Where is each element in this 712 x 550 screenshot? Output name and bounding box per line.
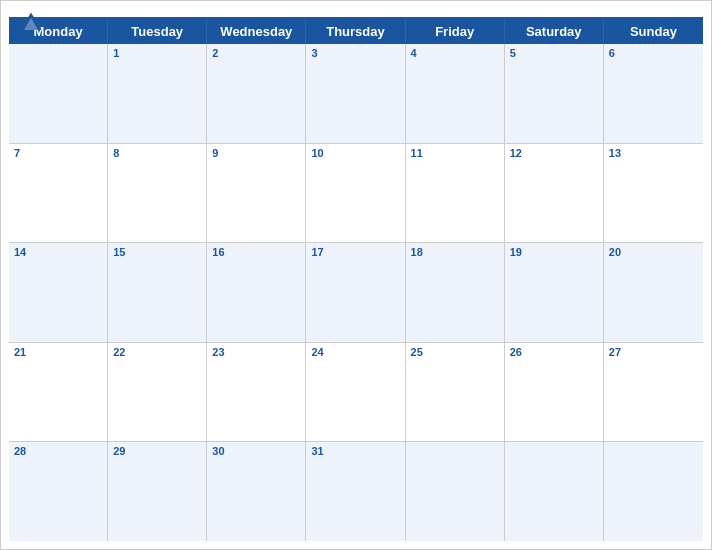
day-number: 3 bbox=[311, 47, 399, 59]
day-cell: 29 bbox=[108, 442, 207, 541]
day-cell: 9 bbox=[207, 144, 306, 243]
day-number: 20 bbox=[609, 246, 698, 258]
day-number: 5 bbox=[510, 47, 598, 59]
day-cell: 7 bbox=[9, 144, 108, 243]
calendar-container: MondayTuesdayWednesdayThursdayFridaySatu… bbox=[0, 0, 712, 550]
day-cell: 3 bbox=[306, 44, 405, 143]
day-cell: 22 bbox=[108, 343, 207, 442]
day-cell: 6 bbox=[604, 44, 703, 143]
day-number: 9 bbox=[212, 147, 300, 159]
logo-area bbox=[17, 9, 48, 37]
day-number: 18 bbox=[411, 246, 499, 258]
day-header-tuesday: Tuesday bbox=[108, 19, 207, 44]
day-cell: 8 bbox=[108, 144, 207, 243]
day-cell: 19 bbox=[505, 243, 604, 342]
day-cell: 15 bbox=[108, 243, 207, 342]
day-number: 15 bbox=[113, 246, 201, 258]
weeks-container: 1234567891011121314151617181920212223242… bbox=[9, 44, 703, 541]
day-header-saturday: Saturday bbox=[505, 19, 604, 44]
day-cell: 23 bbox=[207, 343, 306, 442]
day-cell: 11 bbox=[406, 144, 505, 243]
day-number: 1 bbox=[113, 47, 201, 59]
day-number: 24 bbox=[311, 346, 399, 358]
day-cell: 1 bbox=[108, 44, 207, 143]
day-header-sunday: Sunday bbox=[604, 19, 703, 44]
week-row-5: 28293031 bbox=[9, 442, 703, 541]
day-cell: 18 bbox=[406, 243, 505, 342]
week-row-3: 14151617181920 bbox=[9, 243, 703, 343]
day-header-wednesday: Wednesday bbox=[207, 19, 306, 44]
day-number: 29 bbox=[113, 445, 201, 457]
day-number: 31 bbox=[311, 445, 399, 457]
day-cell: 31 bbox=[306, 442, 405, 541]
day-cell: 10 bbox=[306, 144, 405, 243]
day-number: 26 bbox=[510, 346, 598, 358]
day-cell bbox=[604, 442, 703, 541]
day-headers-row: MondayTuesdayWednesdayThursdayFridaySatu… bbox=[9, 19, 703, 44]
day-number: 19 bbox=[510, 246, 598, 258]
day-number: 27 bbox=[609, 346, 698, 358]
calendar-header bbox=[1, 1, 711, 17]
day-cell: 27 bbox=[604, 343, 703, 442]
calendar-grid: MondayTuesdayWednesdayThursdayFridaySatu… bbox=[9, 17, 703, 541]
week-row-1: 123456 bbox=[9, 44, 703, 144]
day-number: 11 bbox=[411, 147, 499, 159]
day-number: 6 bbox=[609, 47, 698, 59]
day-cell: 4 bbox=[406, 44, 505, 143]
day-number: 4 bbox=[411, 47, 499, 59]
day-cell: 28 bbox=[9, 442, 108, 541]
day-number: 2 bbox=[212, 47, 300, 59]
week-row-4: 21222324252627 bbox=[9, 343, 703, 443]
day-cell: 5 bbox=[505, 44, 604, 143]
day-cell: 26 bbox=[505, 343, 604, 442]
day-number: 25 bbox=[411, 346, 499, 358]
day-number: 8 bbox=[113, 147, 201, 159]
day-number: 16 bbox=[212, 246, 300, 258]
day-number: 30 bbox=[212, 445, 300, 457]
day-number: 28 bbox=[14, 445, 102, 457]
day-cell: 13 bbox=[604, 144, 703, 243]
day-cell bbox=[505, 442, 604, 541]
week-row-2: 78910111213 bbox=[9, 144, 703, 244]
day-number: 22 bbox=[113, 346, 201, 358]
day-cell: 2 bbox=[207, 44, 306, 143]
logo-icon bbox=[17, 9, 45, 37]
day-number: 21 bbox=[14, 346, 102, 358]
day-number: 13 bbox=[609, 147, 698, 159]
day-number: 23 bbox=[212, 346, 300, 358]
day-cell: 25 bbox=[406, 343, 505, 442]
day-number: 17 bbox=[311, 246, 399, 258]
day-cell: 30 bbox=[207, 442, 306, 541]
day-cell: 12 bbox=[505, 144, 604, 243]
day-number: 12 bbox=[510, 147, 598, 159]
day-header-thursday: Thursday bbox=[306, 19, 405, 44]
day-cell: 17 bbox=[306, 243, 405, 342]
day-cell bbox=[406, 442, 505, 541]
day-cell: 16 bbox=[207, 243, 306, 342]
day-header-friday: Friday bbox=[406, 19, 505, 44]
day-cell: 20 bbox=[604, 243, 703, 342]
day-number: 14 bbox=[14, 246, 102, 258]
day-cell: 21 bbox=[9, 343, 108, 442]
day-cell: 14 bbox=[9, 243, 108, 342]
day-cell bbox=[9, 44, 108, 143]
day-number: 7 bbox=[14, 147, 102, 159]
day-cell: 24 bbox=[306, 343, 405, 442]
day-number: 10 bbox=[311, 147, 399, 159]
